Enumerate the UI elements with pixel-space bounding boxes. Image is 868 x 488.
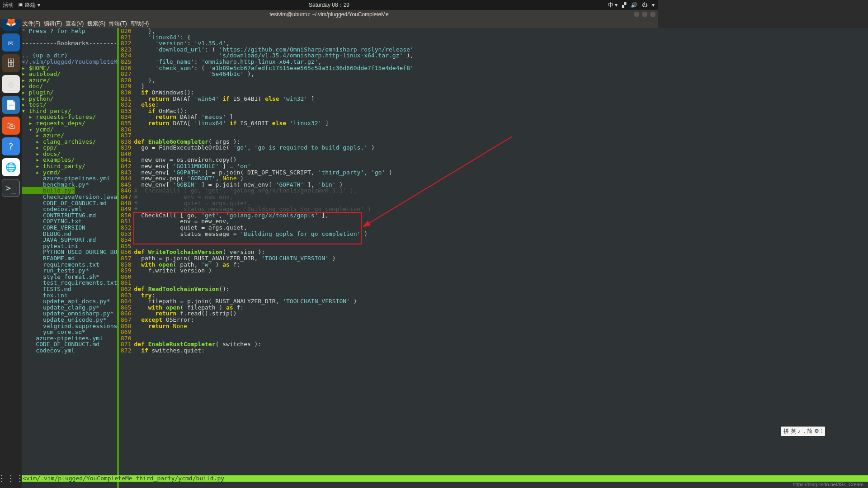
volume-icon[interactable]: 🔊 — [631, 2, 637, 8]
thunderbird-icon[interactable]: ✉ — [2, 33, 20, 52]
network-icon[interactable]: ▞ — [622, 2, 626, 8]
chrome-icon[interactable]: 🌐 — [2, 158, 20, 176]
terminal-icon[interactable]: >_ — [2, 179, 20, 197]
libreoffice-writer-icon[interactable]: 📄 — [2, 96, 20, 114]
files-icon[interactable]: 🗄 — [2, 54, 20, 72]
window-title: testvim@ubuntu: ~/.vim/plugged/YouComple… — [269, 11, 389, 18]
editor-panel[interactable]: 820 821 822 823 824 825 826 827 828 829 … — [119, 28, 658, 369]
clock[interactable]: Saturday 08：29 — [309, 1, 349, 9]
gnome-topbar: 活动 ▣ 终端 ▾ Saturday 08：29 中 ▾ ▞ 🔊 ⏻ ▾ — [0, 0, 658, 10]
menu-file[interactable]: 文件(F) — [23, 20, 40, 28]
code-content[interactable]: }, 'linux64': { 'version': 'v1.35.4', 'd… — [134, 28, 413, 353]
terminal-menubar: 文件(F) 编辑(E) 查看(V) 搜索(S) 终端(T) 帮助(H) — [0, 19, 658, 28]
rhythmbox-icon[interactable]: ◎ — [2, 75, 20, 93]
power-icon[interactable]: ⏻ — [642, 2, 647, 8]
ubuntu-software-icon[interactable]: 🛍 — [2, 117, 20, 135]
system-menu-chevron[interactable]: ▾ — [652, 2, 655, 8]
close-button[interactable] — [650, 12, 656, 17]
menu-view[interactable]: 查看(V) — [66, 20, 84, 28]
nerdtree-panel[interactable]: " Press ? for help ----------Bookmarks--… — [22, 28, 119, 369]
menu-edit[interactable]: 编辑(E) — [44, 20, 62, 28]
maximize-button[interactable] — [642, 12, 647, 17]
help-icon[interactable]: ? — [2, 137, 20, 155]
menu-search[interactable]: 搜索(S) — [87, 20, 105, 28]
window-titlebar: testvim@ubuntu: ~/.vim/plugged/YouComple… — [0, 10, 658, 19]
gnome-dock: 🦊 ✉ 🗄 ◎ 📄 🛍 ? 🌐 >_ ⋮⋮⋮ — [0, 10, 22, 369]
menu-terminal[interactable]: 终端(T) — [109, 20, 127, 28]
minimize-button[interactable] — [634, 12, 639, 17]
line-numbers: 820 821 822 823 824 825 826 827 828 829 … — [119, 28, 134, 353]
input-method-indicator[interactable]: 中 ▾ — [608, 1, 618, 9]
vim-window: " Press ? for help ----------Bookmarks--… — [22, 28, 658, 369]
menu-help[interactable]: 帮助(H) — [131, 20, 149, 28]
activities-button[interactable]: 活动 — [3, 1, 14, 9]
app-menu[interactable]: ▣ 终端 ▾ — [18, 1, 40, 9]
